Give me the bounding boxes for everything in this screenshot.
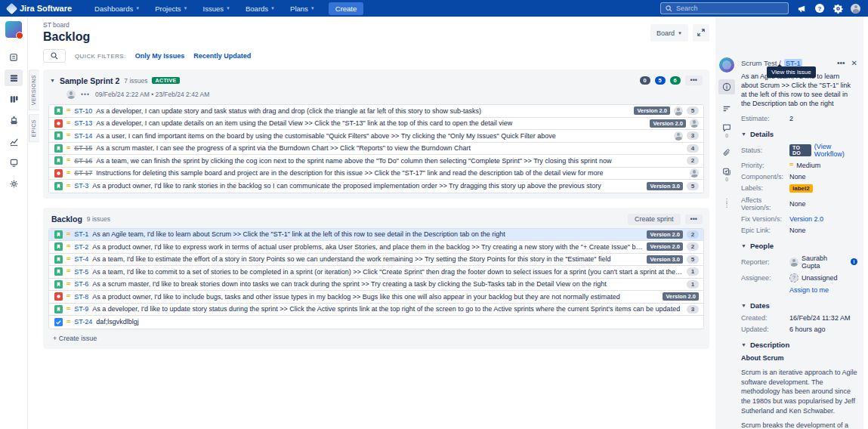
issue-row[interactable]: = ST-2 As a product owner, I'd like to e… <box>49 241 703 254</box>
user-avatar[interactable] <box>851 4 860 14</box>
version-badge[interactable]: Version 2.0 <box>634 106 670 115</box>
issue-key-link[interactable]: ST-2 <box>74 243 88 251</box>
create-sprint-button[interactable]: Create sprint <box>628 214 681 225</box>
reports-chart-icon[interactable] <box>5 133 23 150</box>
subtasks-icon[interactable]: 0 <box>718 167 735 182</box>
attachments-paperclip-icon[interactable] <box>718 145 735 160</box>
announcements-icon[interactable] <box>796 3 807 14</box>
issue-detail-avatar[interactable] <box>719 57 734 73</box>
issue-key-link[interactable]: ST-15 <box>74 144 92 152</box>
menu-projects[interactable]: Projects▼ <box>149 5 193 13</box>
issue-row[interactable]: = ST-4 As a team, I'd like to estimate t… <box>49 254 703 267</box>
estimate-badge[interactable]: 2 <box>687 230 699 239</box>
version-badge[interactable]: Version 3.0 <box>647 255 683 264</box>
reporter-info-icon[interactable]: i <box>851 258 857 265</box>
description-icon[interactable] <box>718 101 735 116</box>
issue-row[interactable]: = ST-17 Instructions for deleting this s… <box>49 168 703 181</box>
jira-logo[interactable]: Jira Software <box>8 4 72 13</box>
filter-only-my-issues[interactable]: Only My Issues <box>135 52 185 60</box>
sprint-meta-ellipsis[interactable]: ••• <box>81 91 90 98</box>
estimate-value[interactable]: 2 <box>789 115 793 122</box>
menu-dashboards[interactable]: Dashboards▼ <box>88 5 146 13</box>
pages-icon[interactable] <box>5 48 23 65</box>
issue-key-link[interactable]: ST-13 <box>74 119 92 127</box>
board-menu-button[interactable]: Board▼ <box>650 24 688 42</box>
issue-row[interactable]: = ST-8 As a product owner, I'd like to i… <box>49 291 703 304</box>
issue-key-link[interactable]: ST-17 <box>74 169 92 177</box>
issue-key-link[interactable]: ST-10 <box>74 107 92 115</box>
collapse-details-icon[interactable]: ▼ <box>741 131 746 137</box>
issue-row[interactable]: = ST-1 As an Agile team, I'd like to lea… <box>49 229 703 242</box>
assignee-avatar[interactable] <box>674 106 683 116</box>
estimate-badge[interactable]: 3 <box>687 131 699 140</box>
assign-to-me-link[interactable]: Assign to me <box>789 286 829 294</box>
issue-row[interactable]: = ST-16 As a team, we can finish the spr… <box>49 155 703 168</box>
issue-row[interactable]: = ST-15 As a scrum master, I can see the… <box>49 143 703 156</box>
reporter-avatar[interactable] <box>789 258 798 267</box>
global-search[interactable] <box>660 2 789 14</box>
view-workflow-link[interactable]: (View Workflow) <box>814 143 857 158</box>
issue-key-link[interactable]: ST-1 <box>74 230 88 238</box>
backlog-more-button[interactable]: ••• <box>685 214 703 224</box>
versions-tab[interactable]: VERSIONS <box>29 69 39 110</box>
assignee-avatar[interactable] <box>690 168 699 177</box>
issue-key-link[interactable]: ST-3 <box>74 182 88 190</box>
estimate-badge[interactable]: 4 <box>687 144 699 153</box>
panel-resize-handle[interactable]: ⋮⋮ <box>724 199 731 206</box>
issue-row[interactable]: = ST-3 As a product owner, I'd like to r… <box>49 180 703 193</box>
version-badge[interactable]: Version 2.0 <box>647 230 683 239</box>
epics-tab[interactable]: EPICS <box>29 114 39 143</box>
estimate-badge[interactable]: 3 <box>687 305 699 313</box>
fullscreen-icon[interactable] <box>693 24 709 42</box>
estimate-badge[interactable]: 5 <box>687 182 699 190</box>
estimate-badge[interactable]: 1 <box>687 267 699 276</box>
issue-key-link[interactable]: ST-8 <box>74 293 88 301</box>
issue-row[interactable]: = ST-9 As a developer, I'd like to updat… <box>49 304 703 316</box>
estimate-badge[interactable]: 5 <box>687 255 699 264</box>
assignee-value[interactable]: Unassigned <box>802 274 838 282</box>
releases-ship-icon[interactable] <box>5 112 23 128</box>
issue-key-link[interactable]: ST-9 <box>74 305 88 313</box>
backlog-icon[interactable] <box>5 69 23 86</box>
issue-row[interactable]: = ST-10 As a developer, I can update sto… <box>49 105 703 118</box>
create-button[interactable]: Create <box>329 2 364 15</box>
settings-gear-icon[interactable] <box>832 3 843 14</box>
version-badge[interactable]: Version 2.0 <box>650 119 686 128</box>
version-badge[interactable]: Version 2.0 <box>647 242 683 251</box>
description-section-title[interactable]: Description <box>750 341 789 349</box>
issue-key-link[interactable]: ST-6 <box>74 280 88 288</box>
details-info-icon[interactable] <box>718 79 735 94</box>
collapse-description-icon[interactable]: ▼ <box>741 342 746 347</box>
issue-key-link[interactable]: ST-24 <box>74 318 92 326</box>
issue-row[interactable]: = ST-5 As a team, I'd like to commit to … <box>49 266 703 279</box>
backlog-title[interactable]: Backlog <box>51 214 82 224</box>
sprint-name[interactable]: Sample Sprint 2 <box>60 76 119 85</box>
help-icon[interactable]: ? <box>814 3 825 14</box>
estimate-badge[interactable]: 5 <box>687 106 699 115</box>
details-section-title[interactable]: Details <box>750 130 774 138</box>
issue-row[interactable]: = ST-13 As a developer, I can update det… <box>49 118 703 131</box>
detail-close-icon[interactable]: ✕ <box>851 59 857 67</box>
board-search-button[interactable] <box>43 49 66 63</box>
dates-section-title[interactable]: Dates <box>750 301 770 310</box>
issues-icon[interactable] <box>5 154 23 171</box>
issue-row[interactable]: = ST-14 As a user, I can find important … <box>49 130 703 143</box>
filter-recently-updated[interactable]: Recently Updated <box>193 52 251 60</box>
menu-plans[interactable]: Plans▼ <box>284 5 321 13</box>
sprint-more-button[interactable]: ••• <box>685 76 703 85</box>
assignee-avatar[interactable] <box>674 131 683 140</box>
collapse-sprint-icon[interactable]: ▼ <box>50 78 55 83</box>
version-badge[interactable]: Version 2.0 <box>663 292 699 301</box>
issue-row[interactable]: = ST-6 As a scrum master, I'd like to br… <box>49 279 703 292</box>
menu-issues[interactable]: Issues▼ <box>197 5 236 13</box>
menu-boards[interactable]: Boards▼ <box>239 5 281 13</box>
label-badge[interactable]: label2 <box>789 184 813 193</box>
estimate-badge[interactable]: 2 <box>687 156 699 165</box>
reporter-name[interactable]: Saurabh Gupta <box>802 255 848 270</box>
fix-version-link[interactable]: Version 2.0 <box>789 215 823 223</box>
project-avatar[interactable] <box>5 21 22 38</box>
create-issue-link[interactable]: + Create issue <box>48 329 704 344</box>
estimate-badge[interactable]: 2 <box>687 242 699 251</box>
detail-more-icon[interactable]: ••• <box>837 59 845 67</box>
estimate-badge[interactable]: 1 <box>687 280 699 289</box>
